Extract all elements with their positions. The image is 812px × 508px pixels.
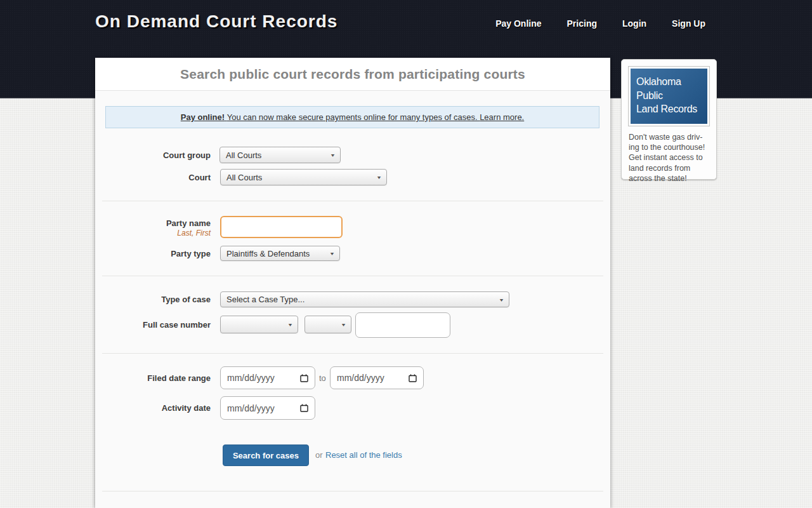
case-number-input[interactable] [355,312,450,338]
site-logo[interactable]: On Demand Court Records [95,11,337,32]
chevron-down-icon: ▼ [329,251,335,256]
court-group-label: Court group [95,150,211,160]
calendar-icon[interactable] [300,374,308,382]
ad-text-line: Get instant access to [629,152,709,163]
court-label: Court [95,173,211,182]
court-row: Court All Courts ▼ [95,169,610,185]
section-divider [102,276,603,276]
main-nav: Pay Online Pricing Login Sign Up [495,18,705,29]
filed-date-label: Filed date range [95,373,211,383]
party-type-value: Plaintiffs & Defendants [226,249,310,258]
party-name-row: Party name Last, First [95,216,610,238]
banner-lead-text: Pay online! [181,112,225,122]
party-name-format-hint: Last, First [95,229,211,237]
nav-pricing[interactable]: Pricing [567,18,597,29]
banner-body-text: You can now make secure payments online … [225,112,480,122]
chevron-down-icon: ▼ [499,297,504,302]
case-number-label: Full case number [95,320,211,330]
activity-date-label: Activity date [95,403,211,413]
ad-text-line: Don't waste gas driv- [629,132,709,142]
chevron-down-icon: ▼ [341,323,346,327]
court-group-value: All Courts [226,150,261,160]
nav-pay-online[interactable]: Pay Online [495,18,541,29]
filed-date-from-input[interactable] [220,366,315,389]
ad-text-line: land records from [629,163,709,173]
search-for-cases-button[interactable]: Search for cases [223,444,309,466]
nav-login[interactable]: Login [622,18,646,29]
case-number-year-select[interactable]: ▼ [220,316,298,333]
ad-image-frame: Oklahoma Public Land Records [628,66,710,126]
banner-learn-more-link[interactable]: Learn more. [480,112,524,122]
case-type-label: Type of case [95,295,211,304]
section-divider [102,201,603,201]
ad-text-line: ing to the courthouse! [629,142,709,152]
court-group-select[interactable]: All Courts ▼ [219,147,341,163]
page-title: Search public court records from partici… [95,58,610,91]
chevron-down-icon: ▼ [287,323,293,327]
ad-banner: Oklahoma Public Land Records [631,69,707,124]
calendar-icon[interactable] [300,404,308,412]
calendar-icon[interactable] [409,374,417,382]
activity-date-input[interactable] [220,396,315,420]
section-divider [102,491,603,491]
chevron-down-icon: ▼ [330,153,336,157]
activity-date-row: Activity date [95,396,610,420]
party-type-label: Party type [95,249,211,258]
search-panel: Search public court records from partici… [95,58,610,508]
party-name-label: Party name Last, First [95,218,211,237]
party-type-select[interactable]: Plaintiffs & Defendants ▼ [220,246,340,261]
land-records-ad[interactable]: Oklahoma Public Land Records Don't waste… [621,59,717,180]
ad-text-line: across the state! [629,173,709,184]
ad-title-line: Oklahoma [636,75,702,89]
reset-fields-link[interactable]: Reset all of the fields [325,450,402,460]
case-type-value: Select a Case Type... [226,295,304,304]
case-number-type-select[interactable]: ▼ [304,316,351,333]
nav-sign-up[interactable]: Sign Up [672,18,705,29]
filed-date-row: Filed date range to [95,366,610,389]
ad-description: Don't waste gas driv- ing to the courtho… [629,132,709,184]
filed-date-to-input[interactable] [330,366,424,389]
or-text: or [315,450,323,460]
ad-title-line: Land Records [636,102,702,116]
actions-row: Search for cases or Reset all of the fie… [95,444,610,466]
ad-title-line: Public [636,89,702,103]
party-type-row: Party type Plaintiffs & Defendants ▼ [95,246,610,261]
case-type-row: Type of case Select a Case Type... ▼ [95,291,610,307]
party-name-input[interactable] [220,216,343,238]
court-value: All Courts [226,173,262,182]
case-number-row: Full case number ▼ ▼ [95,312,610,338]
case-type-select[interactable]: Select a Case Type... ▼ [220,291,509,307]
pay-online-banner[interactable]: Pay online! You can now make secure paym… [105,106,599,128]
court-group-row: Court group All Courts ▼ [95,147,610,163]
court-select[interactable]: All Courts ▼ [220,169,387,185]
chevron-down-icon: ▼ [376,175,382,180]
section-divider [102,353,603,354]
date-range-to-label: to [319,373,326,383]
